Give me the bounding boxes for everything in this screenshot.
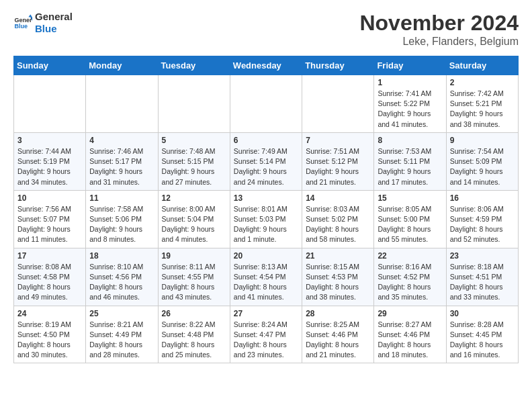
calendar-day-cell: 8Sunrise: 7:53 AM Sunset: 5:11 PM Daylig… [374, 132, 446, 190]
calendar-day-cell [158, 75, 230, 133]
day-info: Sunrise: 8:01 AM Sunset: 5:03 PM Dayligh… [234, 204, 298, 245]
calendar-day-cell: 10Sunrise: 7:56 AM Sunset: 5:07 PM Dayli… [14, 190, 86, 248]
day-info: Sunrise: 8:18 AM Sunset: 4:51 PM Dayligh… [450, 262, 515, 303]
day-number: 5 [162, 136, 226, 145]
calendar-day-cell: 16Sunrise: 8:06 AM Sunset: 4:59 PM Dayli… [446, 190, 518, 248]
day-number: 9 [450, 136, 515, 145]
calendar-day-cell: 17Sunrise: 8:08 AM Sunset: 4:58 PM Dayli… [14, 248, 86, 306]
day-info: Sunrise: 8:19 AM Sunset: 4:50 PM Dayligh… [17, 320, 82, 361]
calendar-day-cell: 12Sunrise: 8:00 AM Sunset: 5:04 PM Dayli… [158, 190, 230, 248]
page: General Blue General Blue November 2024 … [0, 0, 532, 374]
calendar-day-cell: 25Sunrise: 8:21 AM Sunset: 4:49 PM Dayli… [86, 306, 158, 363]
day-number: 7 [306, 136, 370, 145]
calendar-day-cell: 6Sunrise: 7:49 AM Sunset: 5:14 PM Daylig… [230, 132, 302, 190]
day-number: 25 [89, 309, 154, 318]
day-info: Sunrise: 7:54 AM Sunset: 5:09 PM Dayligh… [450, 146, 515, 187]
day-info: Sunrise: 7:42 AM Sunset: 5:21 PM Dayligh… [450, 89, 515, 130]
day-info: Sunrise: 7:46 AM Sunset: 5:17 PM Dayligh… [89, 146, 154, 187]
day-number: 13 [234, 193, 298, 203]
day-info: Sunrise: 8:06 AM Sunset: 4:59 PM Dayligh… [450, 204, 515, 245]
day-info: Sunrise: 8:03 AM Sunset: 5:02 PM Dayligh… [306, 204, 370, 245]
day-info: Sunrise: 8:11 AM Sunset: 4:55 PM Dayligh… [162, 262, 226, 303]
day-info: Sunrise: 7:44 AM Sunset: 5:19 PM Dayligh… [17, 146, 82, 187]
day-info: Sunrise: 8:28 AM Sunset: 4:45 PM Dayligh… [450, 320, 515, 361]
day-info: Sunrise: 8:27 AM Sunset: 4:46 PM Dayligh… [378, 320, 442, 361]
day-info: Sunrise: 7:41 AM Sunset: 5:22 PM Dayligh… [378, 89, 442, 130]
day-number: 26 [162, 309, 226, 318]
calendar-day-cell: 7Sunrise: 7:51 AM Sunset: 5:12 PM Daylig… [302, 132, 374, 190]
day-number: 27 [234, 309, 298, 318]
day-info: Sunrise: 8:00 AM Sunset: 5:04 PM Dayligh… [162, 204, 226, 245]
day-info: Sunrise: 8:16 AM Sunset: 4:52 PM Dayligh… [378, 262, 442, 303]
calendar-day-cell: 9Sunrise: 7:54 AM Sunset: 5:09 PM Daylig… [446, 132, 518, 190]
day-number: 24 [17, 309, 82, 318]
day-info: Sunrise: 8:10 AM Sunset: 4:56 PM Dayligh… [89, 262, 154, 303]
title-block: November 2024 Leke, Flanders, Belgium [359, 11, 519, 48]
day-info: Sunrise: 8:05 AM Sunset: 5:00 PM Dayligh… [378, 204, 442, 245]
calendar-week-row: 17Sunrise: 8:08 AM Sunset: 4:58 PM Dayli… [14, 248, 519, 306]
day-info: Sunrise: 7:48 AM Sunset: 5:15 PM Dayligh… [162, 146, 226, 187]
calendar-day-cell: 23Sunrise: 8:18 AM Sunset: 4:51 PM Dayli… [446, 248, 518, 306]
weekday-header-cell: Tuesday [158, 56, 230, 75]
calendar-day-cell: 20Sunrise: 8:13 AM Sunset: 4:54 PM Dayli… [230, 248, 302, 306]
calendar-day-cell: 1Sunrise: 7:41 AM Sunset: 5:22 PM Daylig… [374, 75, 446, 133]
logo-icon: General Blue [13, 13, 32, 32]
day-number: 19 [162, 251, 226, 261]
calendar-day-cell: 27Sunrise: 8:24 AM Sunset: 4:47 PM Dayli… [230, 306, 302, 363]
calendar-week-row: 10Sunrise: 7:56 AM Sunset: 5:07 PM Dayli… [14, 190, 519, 248]
weekday-header-cell: Friday [374, 56, 446, 75]
day-number: 30 [450, 309, 515, 318]
calendar-day-cell: 19Sunrise: 8:11 AM Sunset: 4:55 PM Dayli… [158, 248, 230, 306]
day-number: 18 [89, 251, 154, 261]
calendar-day-cell: 24Sunrise: 8:19 AM Sunset: 4:50 PM Dayli… [14, 306, 86, 363]
day-number: 15 [378, 193, 442, 203]
day-number: 10 [17, 193, 82, 203]
day-info: Sunrise: 8:24 AM Sunset: 4:47 PM Dayligh… [234, 320, 298, 361]
calendar-day-cell: 4Sunrise: 7:46 AM Sunset: 5:17 PM Daylig… [86, 132, 158, 190]
day-info: Sunrise: 8:15 AM Sunset: 4:53 PM Dayligh… [306, 262, 370, 303]
day-number: 2 [450, 78, 515, 87]
calendar-day-cell: 21Sunrise: 8:15 AM Sunset: 4:53 PM Dayli… [302, 248, 374, 306]
calendar-day-cell [230, 75, 302, 133]
weekday-header-cell: Thursday [302, 56, 374, 75]
calendar-day-cell: 26Sunrise: 8:22 AM Sunset: 4:48 PM Dayli… [158, 306, 230, 363]
logo: General Blue General Blue [13, 11, 73, 35]
weekday-header-cell: Monday [86, 56, 158, 75]
weekday-header-cell: Saturday [446, 56, 518, 75]
svg-text:General: General [14, 17, 32, 24]
calendar-week-row: 1Sunrise: 7:41 AM Sunset: 5:22 PM Daylig… [14, 75, 519, 133]
day-number: 11 [89, 193, 154, 203]
day-number: 12 [162, 193, 226, 203]
day-number: 3 [17, 136, 82, 145]
calendar-day-cell: 28Sunrise: 8:25 AM Sunset: 4:46 PM Dayli… [302, 306, 374, 363]
calendar-body: 1Sunrise: 7:41 AM Sunset: 5:22 PM Daylig… [14, 75, 519, 363]
day-number: 28 [306, 309, 370, 318]
calendar-day-cell [302, 75, 374, 133]
weekday-header-cell: Wednesday [230, 56, 302, 75]
calendar-day-cell: 11Sunrise: 7:58 AM Sunset: 5:06 PM Dayli… [86, 190, 158, 248]
day-number: 22 [378, 251, 442, 261]
day-info: Sunrise: 8:13 AM Sunset: 4:54 PM Dayligh… [234, 262, 298, 303]
calendar-day-cell [14, 75, 86, 133]
svg-marker-2 [28, 14, 32, 17]
calendar-week-row: 24Sunrise: 8:19 AM Sunset: 4:50 PM Dayli… [14, 306, 519, 363]
svg-text:Blue: Blue [14, 23, 28, 30]
calendar-day-cell: 18Sunrise: 8:10 AM Sunset: 4:56 PM Dayli… [86, 248, 158, 306]
calendar-day-cell [86, 75, 158, 133]
calendar-day-cell: 3Sunrise: 7:44 AM Sunset: 5:19 PM Daylig… [14, 132, 86, 190]
day-number: 23 [450, 251, 515, 261]
day-number: 4 [89, 136, 154, 145]
day-number: 16 [450, 193, 515, 203]
day-info: Sunrise: 7:49 AM Sunset: 5:14 PM Dayligh… [234, 146, 298, 187]
calendar-day-cell: 30Sunrise: 8:28 AM Sunset: 4:45 PM Dayli… [446, 306, 518, 363]
day-info: Sunrise: 7:58 AM Sunset: 5:06 PM Dayligh… [89, 204, 154, 245]
day-number: 21 [306, 251, 370, 261]
day-info: Sunrise: 8:25 AM Sunset: 4:46 PM Dayligh… [306, 320, 370, 361]
day-info: Sunrise: 7:56 AM Sunset: 5:07 PM Dayligh… [17, 204, 82, 245]
calendar-day-cell: 29Sunrise: 8:27 AM Sunset: 4:46 PM Dayli… [374, 306, 446, 363]
header: General Blue General Blue November 2024 … [13, 11, 519, 48]
calendar-table: SundayMondayTuesdayWednesdayThursdayFrid… [13, 56, 519, 363]
logo-blue: Blue [35, 23, 73, 35]
calendar-day-cell: 2Sunrise: 7:42 AM Sunset: 5:21 PM Daylig… [446, 75, 518, 133]
logo-general: General [35, 11, 73, 23]
